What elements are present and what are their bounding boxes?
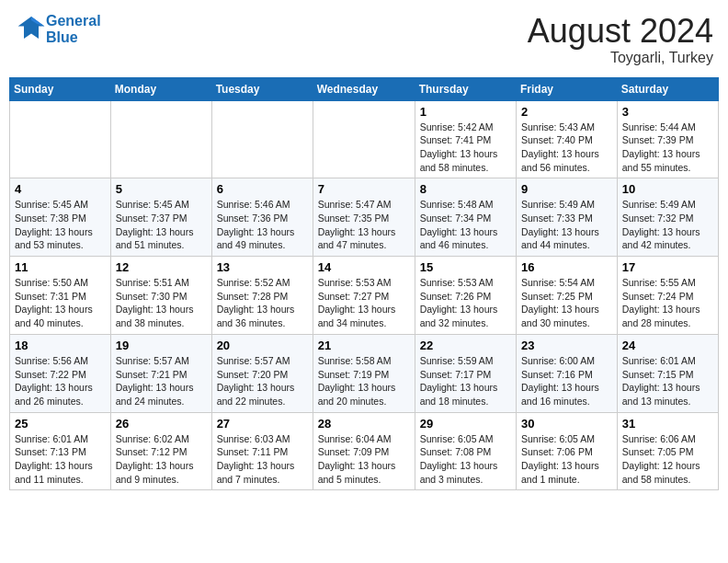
day-number: 23	[521, 339, 612, 352]
day-number: 11	[15, 260, 106, 274]
day-info: Sunrise: 5:52 AM Sunset: 7:28 PM Dayligh…	[217, 276, 308, 330]
weekday-header: Sunday	[10, 77, 111, 100]
weekday-header: Friday	[517, 77, 618, 100]
day-info: Sunrise: 5:42 AM Sunset: 7:41 PM Dayligh…	[420, 121, 511, 175]
calendar-cell: 13Sunrise: 5:52 AM Sunset: 7:28 PM Dayli…	[211, 257, 313, 335]
calendar-cell: 18Sunrise: 5:56 AM Sunset: 7:22 PM Dayli…	[10, 334, 111, 412]
day-info: Sunrise: 6:03 AM Sunset: 7:11 PM Dayligh…	[217, 432, 308, 487]
calendar-cell: 1Sunrise: 5:42 AM Sunset: 7:41 PM Daylig…	[415, 100, 516, 178]
day-number: 20	[217, 339, 308, 352]
day-info: Sunrise: 6:02 AM Sunset: 7:12 PM Dayligh…	[116, 432, 207, 487]
day-number: 2	[521, 105, 612, 119]
day-number: 4	[15, 182, 106, 196]
calendar-cell: 12Sunrise: 5:51 AM Sunset: 7:30 PM Dayli…	[110, 257, 211, 335]
calendar-cell: 10Sunrise: 5:49 AM Sunset: 7:32 PM Dayli…	[617, 178, 718, 257]
calendar-cell: 11Sunrise: 5:50 AM Sunset: 7:31 PM Dayli…	[10, 257, 111, 335]
location-title: Toygarli, Turkey	[528, 50, 713, 66]
day-number: 18	[15, 339, 106, 352]
calendar-cell: 16Sunrise: 5:54 AM Sunset: 7:25 PM Dayli…	[517, 257, 618, 335]
day-number: 6	[217, 182, 308, 196]
title-block: August 2024 Toygarli, Turkey	[528, 13, 713, 66]
day-info: Sunrise: 5:43 AM Sunset: 7:40 PM Dayligh…	[521, 121, 612, 175]
calendar-cell: 14Sunrise: 5:53 AM Sunset: 7:27 PM Dayli…	[313, 257, 415, 335]
day-number: 26	[116, 417, 207, 431]
day-number: 7	[318, 182, 410, 196]
day-number: 29	[420, 417, 511, 431]
day-number: 31	[622, 417, 713, 431]
day-info: Sunrise: 5:45 AM Sunset: 7:38 PM Dayligh…	[15, 198, 106, 252]
day-info: Sunrise: 5:45 AM Sunset: 7:37 PM Dayligh…	[116, 198, 207, 252]
calendar-cell: 31Sunrise: 6:06 AM Sunset: 7:05 PM Dayli…	[617, 412, 718, 490]
calendar-week-row: 1Sunrise: 5:42 AM Sunset: 7:41 PM Daylig…	[10, 100, 719, 178]
day-info: Sunrise: 5:50 AM Sunset: 7:31 PM Dayligh…	[15, 276, 106, 330]
day-info: Sunrise: 5:56 AM Sunset: 7:22 PM Dayligh…	[15, 354, 106, 408]
day-number: 10	[622, 182, 713, 196]
day-number: 17	[622, 260, 713, 274]
calendar-week-row: 18Sunrise: 5:56 AM Sunset: 7:22 PM Dayli…	[10, 334, 719, 412]
logo-icon	[17, 13, 46, 42]
logo: General Blue	[15, 13, 101, 46]
day-info: Sunrise: 6:04 AM Sunset: 7:09 PM Dayligh…	[318, 432, 410, 487]
weekday-header: Monday	[110, 77, 211, 100]
weekday-header: Tuesday	[211, 77, 313, 100]
calendar-cell: 28Sunrise: 6:04 AM Sunset: 7:09 PM Dayli…	[313, 412, 415, 490]
day-info: Sunrise: 6:00 AM Sunset: 7:16 PM Dayligh…	[521, 354, 612, 408]
calendar-cell: 21Sunrise: 5:58 AM Sunset: 7:19 PM Dayli…	[313, 334, 415, 412]
day-info: Sunrise: 6:05 AM Sunset: 7:08 PM Dayligh…	[420, 432, 511, 487]
day-info: Sunrise: 6:06 AM Sunset: 7:05 PM Dayligh…	[622, 432, 713, 487]
day-info: Sunrise: 6:01 AM Sunset: 7:13 PM Dayligh…	[15, 432, 106, 487]
day-info: Sunrise: 6:01 AM Sunset: 7:15 PM Dayligh…	[622, 354, 713, 408]
calendar-cell: 3Sunrise: 5:44 AM Sunset: 7:39 PM Daylig…	[617, 100, 718, 178]
day-number: 16	[521, 260, 612, 274]
day-number: 9	[521, 182, 612, 196]
calendar-cell: 26Sunrise: 6:02 AM Sunset: 7:12 PM Dayli…	[110, 412, 211, 490]
day-info: Sunrise: 6:05 AM Sunset: 7:06 PM Dayligh…	[521, 432, 612, 487]
day-number: 19	[116, 339, 207, 352]
day-info: Sunrise: 5:47 AM Sunset: 7:35 PM Dayligh…	[318, 198, 410, 252]
calendar-cell: 24Sunrise: 6:01 AM Sunset: 7:15 PM Dayli…	[617, 334, 718, 412]
calendar-cell	[10, 100, 111, 178]
calendar-cell: 30Sunrise: 6:05 AM Sunset: 7:06 PM Dayli…	[517, 412, 618, 490]
weekday-header: Wednesday	[313, 77, 415, 100]
calendar-cell: 29Sunrise: 6:05 AM Sunset: 7:08 PM Dayli…	[415, 412, 516, 490]
day-info: Sunrise: 5:57 AM Sunset: 7:20 PM Dayligh…	[217, 354, 308, 408]
day-info: Sunrise: 5:58 AM Sunset: 7:19 PM Dayligh…	[318, 354, 410, 408]
day-info: Sunrise: 5:59 AM Sunset: 7:17 PM Dayligh…	[420, 354, 511, 408]
day-info: Sunrise: 5:48 AM Sunset: 7:34 PM Dayligh…	[420, 198, 511, 252]
calendar-cell: 4Sunrise: 5:45 AM Sunset: 7:38 PM Daylig…	[10, 178, 111, 257]
day-info: Sunrise: 5:53 AM Sunset: 7:26 PM Dayligh…	[420, 276, 511, 330]
day-number: 24	[622, 339, 713, 352]
calendar-cell: 2Sunrise: 5:43 AM Sunset: 7:40 PM Daylig…	[517, 100, 618, 178]
day-info: Sunrise: 5:51 AM Sunset: 7:30 PM Dayligh…	[116, 276, 207, 330]
day-number: 28	[318, 417, 410, 431]
calendar-week-row: 25Sunrise: 6:01 AM Sunset: 7:13 PM Dayli…	[10, 412, 719, 490]
calendar-table: SundayMondayTuesdayWednesdayThursdayFrid…	[9, 77, 719, 491]
day-number: 12	[116, 260, 207, 274]
logo-text-blue: Blue	[46, 29, 101, 46]
calendar-cell: 15Sunrise: 5:53 AM Sunset: 7:26 PM Dayli…	[415, 257, 516, 335]
day-info: Sunrise: 5:46 AM Sunset: 7:36 PM Dayligh…	[217, 198, 308, 252]
day-number: 21	[318, 339, 410, 352]
day-number: 30	[521, 417, 612, 431]
day-number: 22	[420, 339, 511, 352]
calendar-week-row: 11Sunrise: 5:50 AM Sunset: 7:31 PM Dayli…	[10, 257, 719, 335]
day-info: Sunrise: 5:49 AM Sunset: 7:33 PM Dayligh…	[521, 198, 612, 252]
weekday-header: Saturday	[617, 77, 718, 100]
calendar-cell: 23Sunrise: 6:00 AM Sunset: 7:16 PM Dayli…	[517, 334, 618, 412]
calendar-cell	[211, 100, 313, 178]
calendar-cell: 27Sunrise: 6:03 AM Sunset: 7:11 PM Dayli…	[211, 412, 313, 490]
weekday-header: Thursday	[415, 77, 516, 100]
page-header: General Blue August 2024 Toygarli, Turke…	[9, 9, 719, 70]
calendar-header-row: SundayMondayTuesdayWednesdayThursdayFrid…	[10, 77, 719, 100]
calendar-cell: 6Sunrise: 5:46 AM Sunset: 7:36 PM Daylig…	[211, 178, 313, 257]
calendar-cell: 9Sunrise: 5:49 AM Sunset: 7:33 PM Daylig…	[517, 178, 618, 257]
day-number: 13	[217, 260, 308, 274]
day-info: Sunrise: 5:44 AM Sunset: 7:39 PM Dayligh…	[622, 121, 713, 175]
day-number: 25	[15, 417, 106, 431]
calendar-cell: 20Sunrise: 5:57 AM Sunset: 7:20 PM Dayli…	[211, 334, 313, 412]
day-info: Sunrise: 5:54 AM Sunset: 7:25 PM Dayligh…	[521, 276, 612, 330]
logo-text-general: General	[46, 13, 101, 29]
calendar-cell: 5Sunrise: 5:45 AM Sunset: 7:37 PM Daylig…	[110, 178, 211, 257]
calendar-cell: 22Sunrise: 5:59 AM Sunset: 7:17 PM Dayli…	[415, 334, 516, 412]
calendar-cell	[110, 100, 211, 178]
